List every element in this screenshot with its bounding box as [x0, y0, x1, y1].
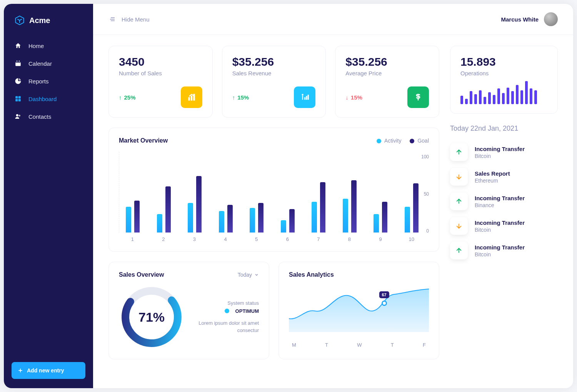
svg-rect-13: [193, 94, 195, 100]
stat-card-sales: 3450 Number of Sales ↑ 25%: [108, 46, 213, 118]
svg-rect-17: [308, 95, 309, 100]
transfer-item[interactable]: Incoming TransferBitcoin: [450, 143, 558, 161]
menu-icon: [108, 16, 116, 22]
activity-bar: [126, 207, 131, 233]
transfer-title: Incoming Transfer: [475, 146, 525, 152]
status-value: OPTIMUM: [193, 308, 259, 314]
stat-label: Average Price: [345, 70, 429, 76]
goal-bar: [258, 203, 263, 233]
brand: Acme: [4, 15, 93, 37]
bar-group: [123, 201, 143, 233]
bar-group: [402, 183, 422, 233]
market-overview-title: Market Overview: [119, 137, 168, 144]
bar-group: [216, 205, 236, 233]
svg-rect-12: [190, 96, 192, 101]
sidebar: Acme Home Calendar Reports Dashboard Con…: [4, 4, 93, 388]
bar-group: [340, 180, 360, 233]
svg-rect-6: [18, 96, 21, 98]
activity-bar: [157, 214, 162, 233]
brand-logo-icon: [15, 15, 25, 25]
transfer-subtitle: Ethereum: [475, 178, 510, 184]
transfer-item[interactable]: Incoming TransferBitcoin: [450, 217, 558, 235]
svg-point-9: [16, 114, 18, 116]
activity-bar: [312, 202, 317, 233]
avatar: [544, 12, 558, 26]
hide-menu-label: Hide Menu: [122, 16, 150, 23]
transfer-item[interactable]: Sales ReportEthereum: [450, 168, 558, 186]
sales-analytics-chart: 67: [289, 282, 429, 340]
arrow-up-icon: [450, 193, 468, 210]
stat-change: ↓ 15%: [345, 94, 362, 101]
tooltip-badge: 67: [379, 291, 389, 298]
spark-bar: [493, 95, 495, 104]
chart-bars-icon: [181, 86, 202, 108]
dollar-icon: [407, 86, 429, 108]
transfer-subtitle: Binance: [475, 202, 525, 208]
transfer-item[interactable]: Incoming TransferBitcoin: [450, 242, 558, 259]
data-point-icon: [382, 301, 387, 306]
svg-point-14: [302, 94, 304, 95]
transfer-list: Incoming TransferBitcoinSales ReportEthe…: [450, 143, 558, 259]
transfer-subtitle: Bitcoin: [475, 251, 525, 257]
spark-bar: [460, 96, 463, 104]
transfer-title: Incoming Transfer: [475, 244, 525, 251]
svg-rect-16: [306, 96, 307, 100]
sales-overview-card: Sales Overview Today: [108, 262, 269, 359]
nav: Home Calendar Reports Dashboard Contacts: [4, 37, 93, 125]
spark-bar: [479, 90, 482, 104]
goal-bar: [382, 202, 387, 233]
svg-rect-2: [15, 61, 21, 63]
spark-bar: [530, 88, 532, 104]
spark-bar: [484, 97, 486, 104]
plus-icon: [18, 368, 23, 373]
stat-label: Operations: [460, 70, 547, 76]
spark-bar: [474, 94, 477, 104]
bar-group: [185, 176, 205, 233]
sidebar-item-reports[interactable]: Reports: [4, 72, 93, 90]
add-new-entry-button[interactable]: Add new entry: [12, 362, 85, 379]
content: 3450 Number of Sales ↑ 25%: [93, 35, 573, 388]
sidebar-item-label: Dashboard: [28, 96, 57, 102]
activity-bar: [219, 211, 224, 233]
brand-name: Acme: [29, 16, 50, 25]
transfer-title: Sales Report: [475, 170, 510, 177]
grid-icon: [15, 95, 22, 102]
period-select[interactable]: Today: [238, 272, 259, 278]
user-area[interactable]: Marcus White: [501, 12, 558, 26]
hide-menu-toggle[interactable]: Hide Menu: [108, 16, 150, 23]
stat-label: Number of Sales: [119, 70, 202, 76]
sidebar-item-label: Reports: [28, 78, 49, 85]
main: Hide Menu Marcus White 3450 Number of Sa…: [93, 4, 573, 388]
activity-bar: [343, 199, 348, 233]
goal-bar: [320, 182, 325, 233]
stat-label: Sales Revenue: [232, 70, 316, 76]
goal-bar: [165, 186, 171, 233]
goal-bar: [196, 176, 202, 233]
operations-card: 15.893 Operations: [450, 46, 558, 114]
sidebar-item-contacts[interactable]: Contacts: [4, 108, 93, 125]
home-icon: [15, 42, 22, 49]
transfer-item[interactable]: Incoming TransferBinance: [450, 193, 558, 210]
goal-bar: [289, 209, 295, 233]
transfer-subtitle: Bitcoin: [475, 227, 525, 233]
market-overview-xaxis: 12345678910: [119, 233, 429, 242]
sidebar-item-calendar[interactable]: Calendar: [4, 55, 93, 72]
bar-group: [371, 202, 390, 233]
stat-value: 3450: [119, 55, 202, 68]
chevron-down-icon: [254, 272, 259, 277]
svg-point-10: [19, 115, 21, 117]
user-name: Marcus White: [501, 16, 539, 23]
chart-legend: Activity Goal: [377, 138, 429, 144]
spark-bar: [488, 92, 491, 104]
stat-value: $35.256: [345, 55, 429, 68]
transfer-subtitle: Bitcoin: [475, 153, 525, 159]
spark-bar: [470, 91, 472, 104]
bar-group: [154, 186, 174, 233]
sidebar-item-dashboard[interactable]: Dashboard: [4, 90, 93, 108]
svg-rect-7: [15, 99, 18, 101]
activity-bar: [250, 208, 255, 233]
add-entry-label: Add new entry: [27, 367, 64, 374]
presentation-icon: [294, 86, 315, 108]
sidebar-item-home[interactable]: Home: [4, 37, 93, 55]
bar-group: [309, 182, 329, 233]
